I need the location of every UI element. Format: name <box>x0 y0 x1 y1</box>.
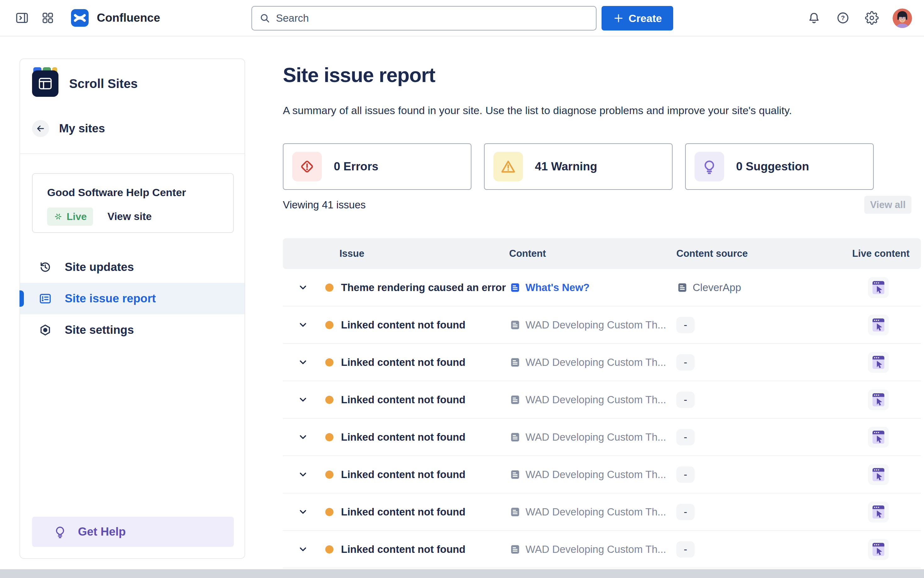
issue-description: Linked content not found <box>341 431 465 443</box>
chevron-down-icon[interactable] <box>297 544 309 555</box>
chevron-down-icon[interactable] <box>297 319 309 331</box>
get-help-button[interactable]: Get Help <box>32 517 234 547</box>
sidebar-app-title: Scroll Sites <box>69 77 138 91</box>
sidebar-item-label: Site settings <box>65 323 134 337</box>
sidebar-toggle-button[interactable] <box>14 10 30 26</box>
app-switcher-button[interactable] <box>40 10 56 26</box>
chevron-down-icon[interactable] <box>297 357 309 368</box>
viewing-row: Viewing 41 issues View all <box>283 196 921 215</box>
live-content-button[interactable] <box>868 502 889 522</box>
chevron-down-icon[interactable] <box>297 432 309 443</box>
content-link[interactable]: WAD Developing Custom Th... <box>509 544 666 555</box>
confluence-logo-icon <box>71 9 89 27</box>
warnings-count-label: 41 Warning <box>535 160 597 173</box>
issue-description: Linked content not found <box>341 356 465 369</box>
scroll-sites-logo-icon <box>32 70 58 97</box>
history-icon <box>38 260 52 274</box>
content-link[interactable]: WAD Developing Custom Th... <box>509 319 666 331</box>
bell-icon <box>807 11 821 25</box>
search-icon <box>259 12 271 24</box>
summary-cards: 0 Errors 41 Warning 0 Suggestion <box>283 143 874 190</box>
content-link[interactable]: WAD Developing Custom Th... <box>509 431 666 443</box>
lightbulb-icon <box>695 152 724 181</box>
main-content: Site issue report A summary of all issue… <box>283 36 921 578</box>
user-avatar[interactable] <box>893 8 912 28</box>
confluence-home-link[interactable]: Confluence <box>71 0 160 36</box>
my-sites-label: My sites <box>59 122 105 135</box>
settings-nut-icon <box>38 323 52 337</box>
content-source-empty: - <box>676 466 695 483</box>
lightbulb-icon <box>53 524 67 539</box>
table-row: Linked content not found WAD Developing … <box>283 381 921 419</box>
live-content-browser-icon <box>872 504 885 520</box>
chevron-down-icon[interactable] <box>297 469 309 480</box>
app-switcher-grid-icon <box>41 11 54 24</box>
live-content-browser-icon <box>872 354 885 370</box>
content-source-empty: - <box>676 504 695 520</box>
table-row: Linked content not found WAD Developing … <box>283 494 921 531</box>
table-row: Linked content not found WAD Developing … <box>283 307 921 344</box>
warning-severity-dot <box>325 508 334 516</box>
create-button-label: Create <box>629 12 662 24</box>
document-icon <box>676 282 688 294</box>
document-icon <box>509 506 521 518</box>
sidebar-divider <box>20 153 245 154</box>
plus-icon <box>613 13 624 24</box>
create-button[interactable]: Create <box>601 6 673 31</box>
notifications-button[interactable] <box>806 10 822 26</box>
sidebar: Scroll Sites My sites Good Software Help… <box>19 58 245 559</box>
live-content-button[interactable] <box>868 427 889 448</box>
issues-table: Issue Content Content source Live conten… <box>283 238 921 578</box>
issues-table-header: Issue Content Content source Live conten… <box>283 238 921 269</box>
content-link[interactable]: WAD Developing Custom Th... <box>509 394 666 406</box>
issue-description: Theme rendering caused an error <box>341 282 506 294</box>
warning-triangle-icon <box>493 152 523 181</box>
search-input[interactable] <box>276 12 596 24</box>
chevron-down-icon[interactable] <box>297 282 309 293</box>
sidebar-header: Scroll Sites <box>32 70 138 97</box>
search-input-wrapper[interactable] <box>251 6 597 31</box>
sidebar-item-label: Site updates <box>65 261 134 274</box>
table-row: Linked content not found WAD Developing … <box>283 344 921 381</box>
issue-description: Linked content not found <box>341 319 465 331</box>
gear-icon <box>865 11 879 25</box>
content-link[interactable]: WAD Developing Custom Th... <box>509 356 666 369</box>
table-row: Theme rendering caused an error What's N… <box>283 269 921 307</box>
live-status-badge: Live <box>47 208 93 226</box>
live-content-browser-icon <box>872 467 885 482</box>
sidebar-item-site-settings[interactable]: Site settings <box>20 314 245 346</box>
live-content-button[interactable] <box>868 390 889 410</box>
page-description: A summary of all issues found in your si… <box>283 104 792 117</box>
document-icon <box>509 431 521 443</box>
live-content-browser-icon <box>872 542 885 557</box>
content-link[interactable]: WAD Developing Custom Th... <box>509 469 666 481</box>
live-content-button[interactable] <box>868 464 889 485</box>
sidebar-item-site-issue-report[interactable]: Site issue report <box>20 283 245 314</box>
live-content-browser-icon <box>872 392 885 408</box>
chevron-down-icon[interactable] <box>297 507 309 518</box>
help-button[interactable]: ? <box>835 10 851 26</box>
live-content-button[interactable] <box>868 315 889 335</box>
live-content-browser-icon <box>872 429 885 445</box>
bottom-edge-strip <box>0 569 924 578</box>
live-content-button[interactable] <box>868 539 889 560</box>
my-sites-back-link[interactable]: My sites <box>32 120 105 137</box>
content-link[interactable]: WAD Developing Custom Th... <box>509 506 666 518</box>
sidebar-toggle-icon <box>15 11 29 25</box>
view-all-button[interactable]: View all <box>864 196 911 214</box>
warning-severity-dot <box>325 471 334 479</box>
view-site-link[interactable]: View site <box>107 211 152 222</box>
live-content-button[interactable] <box>868 277 889 298</box>
live-spinner-icon <box>53 212 63 221</box>
warning-severity-dot <box>325 284 334 292</box>
chevron-down-icon[interactable] <box>297 394 309 406</box>
back-arrow-icon <box>32 120 49 137</box>
settings-button[interactable] <box>864 10 880 26</box>
issues-table-body: Theme rendering caused an error What's N… <box>283 269 921 578</box>
sidebar-item-site-updates[interactable]: Site updates <box>20 252 245 283</box>
live-content-button[interactable] <box>868 352 889 373</box>
content-link[interactable]: What's New? <box>509 282 590 294</box>
content-source-empty: - <box>676 429 695 445</box>
issue-report-icon <box>38 292 52 305</box>
errors-summary-card: 0 Errors <box>283 143 472 190</box>
